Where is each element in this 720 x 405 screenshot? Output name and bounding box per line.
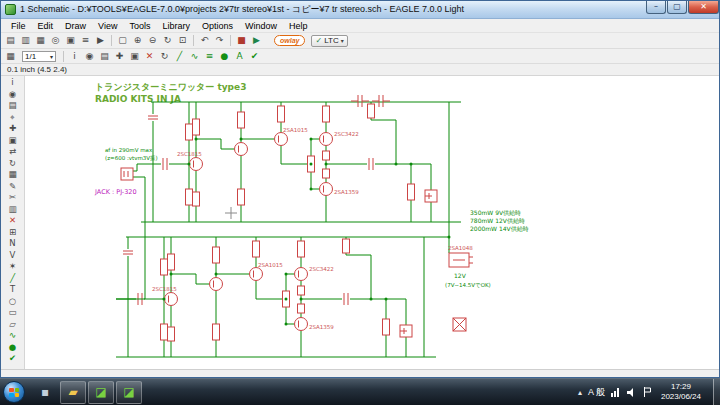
title-bar[interactable]: 1 Schematic - D:¥TOOLS¥EAGLE-7.0.0¥proje…: [1, 1, 719, 19]
paste-tool[interactable]: ▥: [3, 204, 23, 216]
text-tool[interactable]: T: [3, 284, 23, 296]
zoom-fit-icon[interactable]: ▢: [115, 34, 130, 47]
power-note-2: 780mW 12V供給時: [470, 217, 525, 225]
sheet-selector[interactable]: 1/1 ▾: [22, 51, 56, 62]
sheet-selector-value: 1/1: [25, 52, 36, 61]
zoom-redraw-icon[interactable]: ↻: [160, 34, 175, 47]
windows-flag-icon: [9, 388, 19, 397]
delete-tool[interactable]: ✕: [3, 215, 23, 227]
zoom-in-icon[interactable]: ⊕: [130, 34, 145, 47]
schematic-title-line1: トランジスターミニワッター type3: [95, 82, 246, 92]
command-icon-group: i◉▤✚▣✕↻╱∿≡●A✔: [67, 50, 262, 63]
cut-tool[interactable]: ✂: [3, 192, 23, 204]
schematic-canvas[interactable]: トランジスターミニワッター type3 RADIO KITS IN JA: [25, 76, 719, 369]
window-controls: – ▢ ✕: [645, 1, 719, 14]
move-icon[interactable]: ✚: [112, 50, 127, 63]
sheet-icon[interactable]: ▣: [63, 34, 78, 47]
power-note-3: 2000mW 14V供給時: [470, 225, 529, 233]
cursor-coordinates: 0.1 inch (4.5 2.4): [1, 65, 67, 74]
menu-window[interactable]: Window: [239, 21, 283, 31]
run-ulp-icon[interactable]: ▶: [93, 34, 108, 47]
menu-view[interactable]: View: [92, 21, 123, 31]
volume-icon[interactable]: [627, 388, 637, 397]
supply-voltage-label: 12V: [454, 272, 467, 279]
action-center-flag-icon[interactable]: [643, 387, 652, 397]
print-icon[interactable]: ▦: [33, 34, 48, 47]
junction-icon[interactable]: ●: [217, 50, 232, 63]
menu-library[interactable]: Library: [156, 21, 196, 31]
display-tool[interactable]: ▤: [3, 100, 23, 112]
rotate-icon[interactable]: ↻: [157, 50, 172, 63]
owlay-badge[interactable]: owlay: [274, 35, 305, 46]
show-hidden-icons-button[interactable]: ▴: [578, 388, 582, 397]
bus-icon[interactable]: ≡: [202, 50, 217, 63]
save-icon[interactable]: ▥: [18, 34, 33, 47]
taskbar-clock[interactable]: 17:29 2023/06/24: [658, 382, 704, 401]
script-icon[interactable]: ≡: [78, 34, 93, 47]
display-icon[interactable]: ▤: [97, 50, 112, 63]
smash-tool[interactable]: ✶: [3, 261, 23, 273]
net-icon[interactable]: ∿: [187, 50, 202, 63]
taskbar-explorer-button[interactable]: ▰: [60, 381, 86, 404]
taskbar: ▪▰◪◪ ▴ A 般 17:29 2023/06/24: [0, 378, 720, 405]
menu-help[interactable]: Help: [283, 21, 314, 31]
value-tool[interactable]: V: [3, 250, 23, 262]
wire-icon[interactable]: ╱: [172, 50, 187, 63]
zoom-select-icon[interactable]: ⊡: [175, 34, 190, 47]
net-tool[interactable]: ∿: [3, 330, 23, 342]
part-label-q-input-bottom: 2SC1815: [152, 286, 177, 292]
wire-tool[interactable]: ╱: [3, 273, 23, 285]
maximize-button[interactable]: ▢: [667, 1, 687, 14]
show-icon[interactable]: ◉: [82, 50, 97, 63]
close-button[interactable]: ✕: [688, 1, 719, 14]
info-icon[interactable]: i: [67, 50, 82, 63]
taskbar-eagle-schematic-button[interactable]: ◪: [116, 381, 142, 404]
grid-icon[interactable]: ▦: [3, 50, 18, 63]
mark-tool[interactable]: ⌖: [3, 112, 23, 124]
label-icon[interactable]: A: [232, 50, 247, 63]
junction-tool[interactable]: ●: [3, 342, 23, 354]
redo-icon[interactable]: ↷: [212, 34, 227, 47]
erc-tool[interactable]: ✔: [3, 353, 23, 365]
group-tool[interactable]: ▦: [3, 169, 23, 181]
info-tool[interactable]: i: [3, 77, 23, 89]
network-icon[interactable]: [611, 388, 621, 397]
show-tool[interactable]: ◉: [3, 89, 23, 101]
taskbar-eagle-control-button[interactable]: ◪: [88, 381, 114, 404]
menu-tools[interactable]: Tools: [123, 21, 156, 31]
delete-icon[interactable]: ✕: [142, 50, 157, 63]
move-tool[interactable]: ✚: [3, 123, 23, 135]
window-title: 1 Schematic - D:¥TOOLS¥EAGLE-7.0.0¥proje…: [20, 3, 641, 16]
go-icon[interactable]: ▶: [249, 34, 264, 47]
rect-tool[interactable]: ▭: [3, 307, 23, 319]
minimize-button[interactable]: –: [646, 1, 666, 14]
open-icon[interactable]: ▤: [3, 34, 18, 47]
copy-tool[interactable]: ▣: [3, 135, 23, 147]
menu-draw[interactable]: Draw: [59, 21, 92, 31]
ime-indicator[interactable]: A 般: [588, 386, 605, 399]
change-tool[interactable]: ✎: [3, 181, 23, 193]
menu-edit[interactable]: Edit: [32, 21, 60, 31]
menu-file[interactable]: File: [5, 21, 32, 31]
polygon-tool[interactable]: ▱: [3, 319, 23, 331]
mirror-tool[interactable]: ⇄: [3, 146, 23, 158]
name-tool[interactable]: N: [3, 238, 23, 250]
cam-icon[interactable]: ◎: [48, 34, 63, 47]
undo-icon[interactable]: ↶: [197, 34, 212, 47]
rotate-tool[interactable]: ↻: [3, 158, 23, 170]
menu-options[interactable]: Options: [196, 21, 239, 31]
show-desktop-button[interactable]: [713, 379, 720, 405]
copy-icon[interactable]: ▣: [127, 50, 142, 63]
menu-bar: FileEditDrawViewToolsLibraryOptionsWindo…: [1, 19, 719, 33]
ltc-button[interactable]: ✓ LTC ▾: [311, 35, 347, 47]
origin-marker: [225, 207, 237, 219]
stop-icon[interactable]: ■: [234, 34, 249, 47]
add-tool[interactable]: ⊞: [3, 227, 23, 239]
chevron-down-icon: ▾: [50, 53, 53, 60]
zoom-out-icon[interactable]: ⊖: [145, 34, 160, 47]
circle-tool[interactable]: ○: [3, 296, 23, 308]
start-button[interactable]: [3, 381, 25, 403]
erc-icon[interactable]: ✔: [247, 50, 262, 63]
taskbar-app-button[interactable]: ▪: [32, 381, 58, 404]
dc-power-jack: [449, 253, 473, 267]
